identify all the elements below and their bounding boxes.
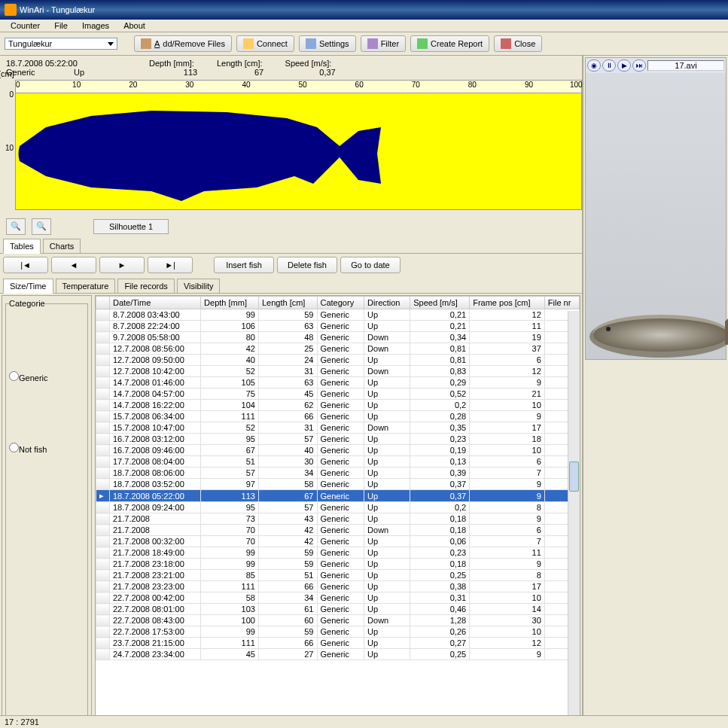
table-row[interactable]: 12.7.2008 10:42:005231GenericDown0,83121 bbox=[96, 366, 580, 377]
table-row[interactable]: 14.7.2008 01:46:0010563GenericUp0,2991 bbox=[96, 377, 580, 388]
category-legend: Categorie bbox=[9, 299, 45, 308]
table-row[interactable]: ▸18.7.2008 05:22:0011367GenericUp0,3791 bbox=[96, 490, 580, 502]
nav-prev-button[interactable]: ◄ bbox=[51, 257, 96, 273]
table-row[interactable]: 21.7.2008 23:21:008551GenericUp0,2581 bbox=[96, 570, 580, 581]
table-row[interactable]: 21.7.2008 23:23:0011166GenericUp0,38171 bbox=[96, 581, 580, 592]
nav-next-button[interactable]: ► bbox=[99, 257, 145, 273]
menu-about[interactable]: About bbox=[117, 20, 151, 32]
table-row[interactable]: 17.7.2008 08:04:005130GenericUp0,1361 bbox=[96, 456, 580, 468]
zoom-in-button[interactable]: 🔍 bbox=[6, 218, 26, 235]
goto-date-button[interactable]: Go to date bbox=[340, 257, 401, 273]
col-header[interactable]: Direction bbox=[364, 297, 410, 309]
col-header[interactable]: Date/Time bbox=[110, 297, 201, 309]
silhouette-button[interactable]: Silhouette 1 bbox=[93, 219, 169, 234]
status-bar: 17 : 2791 bbox=[0, 715, 728, 728]
tab-tables[interactable]: Tables bbox=[3, 239, 41, 254]
subtab-size-time[interactable]: Size/Time bbox=[3, 279, 53, 294]
svg-point-3 bbox=[606, 327, 611, 331]
radio-not-fish[interactable]: Not fish bbox=[9, 443, 84, 454]
location-value: Tungulækur bbox=[8, 39, 52, 48]
insert-fish-button[interactable]: Insert fish bbox=[214, 257, 274, 273]
table-row[interactable]: 22.7.2008 08:43:0010060GenericDown1,2830… bbox=[96, 615, 580, 626]
video-play-button[interactable]: ▶ bbox=[617, 59, 631, 72]
video-frame[interactable] bbox=[586, 73, 726, 359]
table-row[interactable]: 22.7.2008 00:42:005834GenericUp0,31101 bbox=[96, 592, 580, 604]
subtab-visibility[interactable]: Visibility bbox=[177, 279, 221, 293]
col-header[interactable]: Length [cm] bbox=[258, 297, 317, 309]
filter-button[interactable]: Filter bbox=[361, 35, 406, 52]
table-row[interactable]: 8.7.2008 03:43:009959GenericUp0,21121 bbox=[96, 309, 580, 321]
depth-label: Depth [mm]: bbox=[149, 59, 194, 68]
table-row[interactable]: 18.7.2008 08:06:005734GenericUp0,3971 bbox=[96, 468, 580, 479]
col-header[interactable]: Depth [mm] bbox=[201, 297, 259, 309]
fish-photo bbox=[586, 276, 728, 359]
silhouette-chart: [cm] 0 10 0 10 20 30 40 50 60 70 80 90 1… bbox=[0, 80, 582, 215]
table-row[interactable]: 21.7.2008 00:32:007042GenericUp0,0671 bbox=[96, 536, 580, 547]
create-report-button[interactable]: Create Report bbox=[410, 35, 489, 52]
table-row[interactable]: 23.7.2008 21:15:0011166GenericUp0,27121 bbox=[96, 638, 580, 649]
menu-file[interactable]: File bbox=[48, 20, 74, 32]
table-row[interactable]: 8.7.2008 22:24:0010663GenericUp0,21111 bbox=[96, 321, 580, 332]
menu-images[interactable]: Images bbox=[76, 20, 115, 32]
location-dropdown[interactable]: Tungulækur bbox=[5, 38, 117, 50]
table-row[interactable]: 18.7.2008 09:24:009557GenericUp0,281 bbox=[96, 502, 580, 513]
speed-label: Speed [m/s]: bbox=[285, 59, 332, 68]
close-button[interactable]: Close bbox=[494, 35, 542, 52]
subtab-temperature[interactable]: Temperature bbox=[56, 279, 116, 293]
table-row[interactable]: 21.7.2008 18:49:009959GenericUp0,23111 bbox=[96, 547, 580, 559]
table-row[interactable]: 24.7.2008 23:34:004527GenericUp0,2591 bbox=[96, 649, 580, 660]
zoom-out-button[interactable]: 🔍 bbox=[32, 218, 51, 235]
table-row[interactable]: 15.7.2008 10:47:005231GenericDown0,35171 bbox=[96, 422, 580, 434]
info-depth: 113 bbox=[184, 68, 197, 77]
table-row[interactable]: 21.7.20087343GenericUp0,1891 bbox=[96, 513, 580, 525]
unit-label: [cm] bbox=[0, 69, 14, 78]
col-header[interactable]: Speed [m/s] bbox=[410, 297, 470, 309]
table-row[interactable]: 14.7.2008 16:22:0010462GenericUp0,2101 bbox=[96, 400, 580, 411]
col-header[interactable]: Frame pos [cm] bbox=[470, 297, 545, 309]
table-row[interactable]: 22.7.2008 08:01:0010361GenericUp0,46141 bbox=[96, 604, 580, 615]
video-rewind-button[interactable]: ◉ bbox=[587, 59, 601, 72]
settings-button[interactable]: Settings bbox=[299, 35, 356, 52]
video-filename: 17.avi bbox=[647, 60, 724, 71]
table-row[interactable]: 14.7.2008 04:57:007545GenericUp0,52211 bbox=[96, 388, 580, 400]
table-row[interactable]: 16.7.2008 03:12:009557GenericUp0,23181 bbox=[96, 434, 580, 445]
menubar: Counter File Images About bbox=[0, 20, 728, 32]
data-grid[interactable]: Date/TimeDepth [mm]Length [cm]CategoryDi… bbox=[95, 295, 580, 728]
subtab-file-records[interactable]: File records bbox=[117, 279, 174, 293]
radio-generic[interactable]: Generic bbox=[9, 371, 84, 382]
x-ruler: 0 10 20 30 40 50 60 70 80 90 100 bbox=[15, 80, 582, 93]
table-row[interactable]: 15.7.2008 06:34:0011166GenericUp0,2891 bbox=[96, 411, 580, 422]
filter-icon bbox=[367, 38, 378, 49]
fish-canvas[interactable] bbox=[15, 93, 582, 210]
close-icon bbox=[501, 38, 511, 49]
add-remove-files-button[interactable]: AAdd/Remove Filesdd/Remove Files bbox=[134, 35, 232, 52]
info-length: 67 bbox=[254, 68, 263, 77]
video-step-button[interactable]: ⏭ bbox=[632, 59, 646, 72]
nav-last-button[interactable]: ►| bbox=[148, 257, 193, 273]
connect-icon bbox=[243, 38, 254, 49]
toolbar: Tungulækur AAdd/Remove Filesdd/Remove Fi… bbox=[0, 32, 728, 56]
col-header[interactable]: File nr bbox=[544, 297, 579, 309]
table-row[interactable]: 22.7.2008 17:53:009959GenericUp0,26101 bbox=[96, 626, 580, 638]
info-speed: 0,37 bbox=[319, 68, 335, 77]
table-row[interactable]: 9.7.2008 05:58:008048GenericDown0,34191 bbox=[96, 332, 580, 343]
info-datetime: 18.7.2008 05:22:00 bbox=[6, 59, 126, 68]
table-row[interactable]: 21.7.2008 23:18:009959GenericUp0,1891 bbox=[96, 559, 580, 570]
nav-first-button[interactable]: |◄ bbox=[3, 257, 48, 273]
table-row[interactable]: 18.7.2008 03:52:009758GenericUp0,3791 bbox=[96, 479, 580, 490]
table-row[interactable]: 21.7.20087042GenericDown0,1861 bbox=[96, 525, 580, 536]
table-row[interactable]: 16.7.2008 09:46:006740GenericUp0,19101 bbox=[96, 445, 580, 456]
y-axis: [cm] 0 10 bbox=[0, 80, 15, 215]
scrollbar-thumb[interactable] bbox=[569, 461, 579, 492]
vertical-scrollbar[interactable] bbox=[568, 311, 580, 728]
menu-counter[interactable]: Counter bbox=[5, 20, 46, 32]
table-row[interactable]: 12.7.2008 09:50:004024GenericUp0,8161 bbox=[96, 355, 580, 366]
svg-point-2 bbox=[593, 318, 728, 352]
col-header[interactable]: Category bbox=[317, 297, 364, 309]
delete-fish-button[interactable]: Delete fish bbox=[277, 257, 337, 273]
tab-charts[interactable]: Charts bbox=[43, 239, 81, 253]
video-pause-button[interactable]: ⏸ bbox=[602, 59, 616, 72]
table-row[interactable]: 12.7.2008 08:56:004225GenericDown0,81371 bbox=[96, 343, 580, 355]
connect-button[interactable]: Connect bbox=[236, 35, 294, 52]
info-panel: 18.7.2008 05:22:00 Depth [mm]: Length [c… bbox=[0, 56, 582, 80]
